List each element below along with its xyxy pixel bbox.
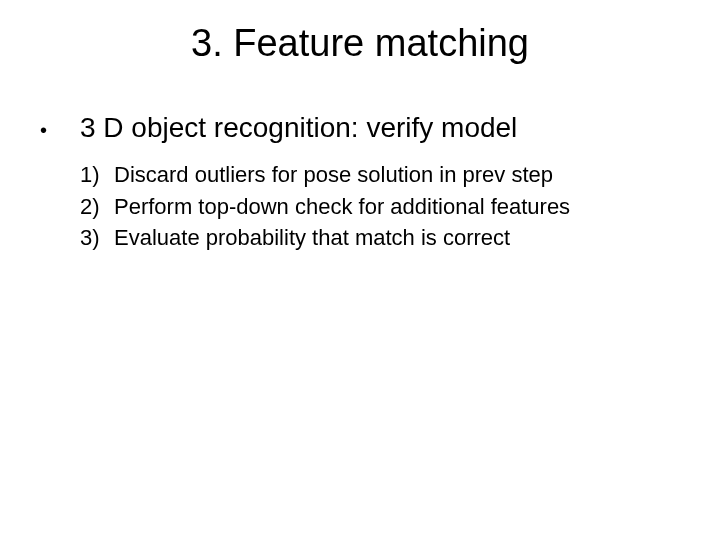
- list-item-label: 2): [80, 192, 114, 222]
- list-item: 2) Perform top-down check for additional…: [80, 192, 680, 222]
- list-item-text: Discard outliers for pose solution in pr…: [114, 160, 553, 190]
- bullet-item: • 3 D object recognition: verify model: [40, 112, 680, 144]
- list-item-text: Evaluate probability that match is corre…: [114, 223, 510, 253]
- bullet-marker: •: [40, 114, 80, 140]
- list-item-text: Perform top-down check for additional fe…: [114, 192, 570, 222]
- list-item: 1) Discard outliers for pose solution in…: [80, 160, 680, 190]
- list-item: 3) Evaluate probability that match is co…: [80, 223, 680, 253]
- slide: 3. Feature matching • 3 D object recogni…: [0, 0, 720, 540]
- bullet-text: 3 D object recognition: verify model: [80, 112, 517, 144]
- numbered-list: 1) Discard outliers for pose solution in…: [80, 160, 680, 255]
- list-item-label: 3): [80, 223, 114, 253]
- slide-title: 3. Feature matching: [0, 22, 720, 65]
- list-item-label: 1): [80, 160, 114, 190]
